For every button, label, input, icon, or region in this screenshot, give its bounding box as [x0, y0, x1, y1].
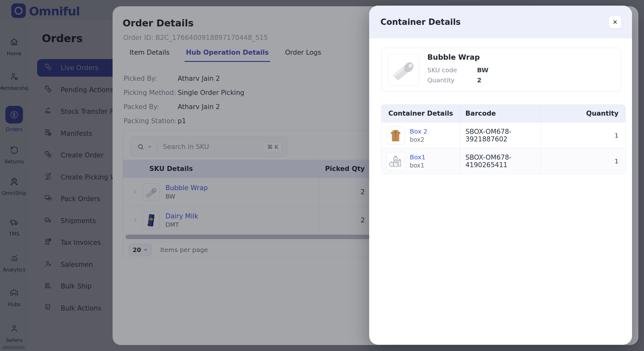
container-row: Box 2 box2 SBOX-OM678-3921887602 1 — [381, 122, 625, 148]
barcode-value: SBOX-OM678-3921887602 — [460, 123, 541, 148]
barcode-value: SBOX-OM678-4190265411 — [460, 148, 541, 174]
container-details-panel: Container Details ✕ Bubble Wrap SKU code… — [369, 6, 632, 345]
groceries-photo — [386, 152, 405, 170]
close-button[interactable]: ✕ — [609, 16, 621, 28]
app-root: Omniful Home Membership Orders Returns O… — [0, 0, 644, 351]
sku-summary-card: Bubble Wrap SKU code BW Quantity 2 — [381, 48, 621, 92]
column-barcode: Barcode — [465, 110, 496, 117]
container-code: box2 — [410, 136, 427, 143]
container-table-header: Container Details Barcode Quantity — [381, 105, 625, 122]
container-link[interactable]: Box1 — [410, 153, 425, 161]
container-code: box1 — [410, 162, 425, 169]
sku-name: Bubble Wrap — [427, 53, 480, 61]
sku-quantity-row: Quantity 2 — [427, 76, 481, 84]
cardboard-box-photo — [386, 126, 405, 145]
quantity-value: 1 — [541, 148, 625, 174]
container-link[interactable]: Box 2 — [410, 128, 427, 135]
panel-title: Container Details — [380, 17, 461, 27]
sku-code-row: SKU code BW — [427, 66, 488, 74]
close-icon: ✕ — [613, 19, 618, 25]
quantity-value: 1 — [541, 123, 625, 148]
bubble-wrap-photo — [388, 54, 419, 86]
panel-header: Container Details ✕ — [369, 6, 632, 38]
column-container-details: Container Details — [381, 110, 460, 117]
container-row: Box1 box1 SBOX-OM678-4190265411 1 — [381, 148, 625, 174]
container-table: Container Details Barcode Quantity Box 2… — [381, 104, 626, 174]
column-quantity: Quantity — [586, 110, 619, 117]
